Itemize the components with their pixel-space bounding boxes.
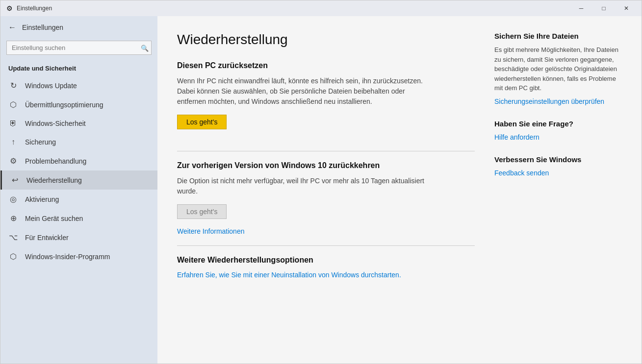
sidebar-item-label: Windows-Insider-Programm — [25, 253, 110, 261]
sidebar-item-insider-programm[interactable]: ⬡Windows-Insider-Programm — [0, 247, 157, 266]
sidebar-item-label: Windows-Sicherheit — [25, 120, 86, 127]
titlebar: ⚙ Einstellungen ─ □ ✕ — [0, 0, 642, 16]
sidebar: ← Einstellungen 🔍 Update und Sicherheit … — [0, 16, 157, 364]
sidebar-item-uebermittlungsoptimierung[interactable]: ⬡Übermittlungsoptimierung — [0, 95, 157, 114]
sidebar-item-label: Problembehandlung — [25, 157, 86, 165]
reset-section: Diesen PC zurücksetzen Wenn Ihr PC nicht… — [177, 61, 475, 141]
sidebar-item-windows-update[interactable]: ↻Windows Update — [0, 76, 157, 95]
sidebar-item-aktivierung[interactable]: ◎Aktivierung — [0, 190, 157, 209]
back-arrow-icon: ← — [8, 23, 16, 32]
help-section: Haben Sie eine Frage? Hilfe anfordern — [494, 120, 622, 142]
reset-title: Diesen PC zurücksetzen — [177, 61, 475, 70]
page-title: Wiederherstellung — [177, 32, 475, 48]
right-panel: Sichern Sie Ihre Dateien Es gibt mehrere… — [494, 32, 622, 348]
maximize-button[interactable]: □ — [592, 0, 615, 16]
backup-section: Sichern Sie Ihre Dateien Es gibt mehrere… — [494, 32, 622, 106]
settings-icon: ⚙ — [6, 4, 13, 12]
aktivierung-icon: ◎ — [8, 194, 18, 204]
feedback-section: Verbessern Sie Windows Feedback senden — [494, 155, 622, 177]
main-content: Wiederherstellung Diesen PC zurücksetzen… — [177, 32, 475, 348]
sidebar-item-wiederherstellung[interactable]: ↩Wiederherstellung — [0, 170, 157, 190]
rollback-desc: Die Option ist nicht mehr verfügbar, wei… — [177, 176, 432, 196]
titlebar-controls: ─ □ ✕ — [570, 0, 638, 16]
content-area: ← Einstellungen 🔍 Update und Sicherheit … — [0, 16, 642, 364]
rollback-button: Los geht's — [177, 204, 227, 219]
nav-list: ↻Windows Update⬡Übermittlungsoptimierung… — [0, 76, 157, 266]
help-title: Haben Sie eine Frage? — [494, 120, 622, 128]
titlebar-title: Einstellungen — [17, 5, 52, 12]
titlebar-left: ⚙ Einstellungen — [6, 4, 52, 12]
reset-desc: Wenn Ihr PC nicht einwandfrei läuft, kön… — [177, 76, 432, 107]
backup-desc: Es gibt mehrere Möglichkeiten, Ihre Date… — [494, 45, 622, 93]
sidebar-item-windows-sicherheit[interactable]: ⛨Windows-Sicherheit — [0, 114, 157, 133]
divider-1 — [177, 151, 475, 151]
rollback-title: Zur vorherigen Version von Windows 10 zu… — [177, 161, 475, 170]
backup-title: Sichern Sie Ihre Dateien — [494, 32, 622, 40]
feedback-title: Verbessern Sie Windows — [494, 155, 622, 164]
sidebar-item-label: Windows Update — [25, 82, 77, 90]
close-button[interactable]: ✕ — [615, 0, 638, 16]
mein-geraet-icon: ⊕ — [8, 214, 18, 223]
sidebar-item-label: Wiederherstellung — [26, 176, 82, 184]
sidebar-item-label: Übermittlungsoptimierung — [25, 101, 103, 109]
entwickler-icon: ⌥ — [8, 233, 18, 242]
backup-link[interactable]: Sicherungseinstellungen überprüfen — [494, 97, 604, 105]
search-input[interactable] — [6, 41, 152, 55]
sidebar-item-entwickler[interactable]: ⌥Für Entwickler — [0, 228, 157, 247]
sicherung-icon: ↑ — [8, 138, 18, 146]
sidebar-item-problembehandlung[interactable]: ⚙Problembehandlung — [0, 151, 157, 170]
advanced-title: Weitere Wiederherstellungsoptionen — [177, 256, 475, 265]
main-area: Wiederherstellung Diesen PC zurücksetzen… — [157, 16, 642, 364]
rollback-section: Zur vorherigen Version von Windows 10 zu… — [177, 161, 475, 236]
problembehandlung-icon: ⚙ — [8, 156, 18, 166]
advanced-section: Weitere Wiederherstellungsoptionen Erfah… — [177, 256, 475, 279]
sidebar-item-sicherung[interactable]: ↑Sicherung — [0, 133, 157, 151]
section-header: Update und Sicherheit — [0, 61, 157, 76]
search-box: 🔍 — [6, 41, 152, 55]
wiederherstellung-icon: ↩ — [10, 175, 20, 185]
sidebar-item-label: Mein Gerät suchen — [25, 215, 83, 222]
reset-button[interactable]: Los geht's — [177, 115, 227, 129]
search-button[interactable]: 🔍 — [141, 44, 149, 51]
advanced-link[interactable]: Erfahren Sie, wie Sie mit einer Neuinsta… — [177, 271, 401, 279]
minimize-button[interactable]: ─ — [570, 0, 592, 16]
sidebar-back-button[interactable]: ← Einstellungen — [0, 16, 157, 39]
settings-window: ⚙ Einstellungen ─ □ ✕ ← Einstellungen 🔍 … — [0, 0, 642, 364]
feedback-link[interactable]: Feedback senden — [494, 169, 549, 177]
sidebar-item-label: Aktivierung — [25, 195, 59, 203]
windows-sicherheit-icon: ⛨ — [8, 119, 18, 128]
sidebar-item-label: Für Entwickler — [25, 234, 69, 242]
rollback-info-link[interactable]: Weitere Informationen — [177, 227, 244, 235]
uebermittlungsoptimierung-icon: ⬡ — [8, 100, 18, 109]
insider-programm-icon: ⬡ — [8, 252, 18, 261]
sidebar-item-mein-geraet[interactable]: ⊕Mein Gerät suchen — [0, 209, 157, 228]
divider-2 — [177, 245, 475, 246]
help-link[interactable]: Hilfe anfordern — [494, 133, 539, 141]
windows-update-icon: ↻ — [8, 81, 18, 90]
sidebar-item-label: Sicherung — [25, 138, 56, 146]
sidebar-app-title: Einstellungen — [22, 24, 63, 31]
